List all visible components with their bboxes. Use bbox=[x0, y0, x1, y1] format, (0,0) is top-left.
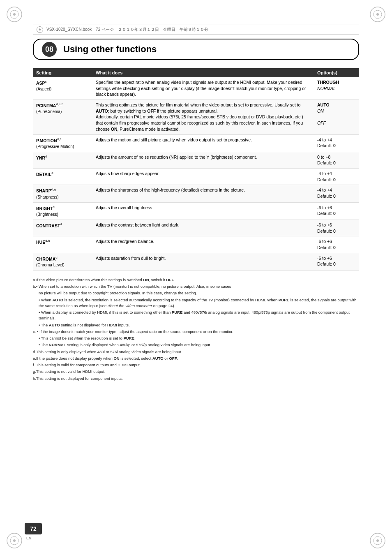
setting-options-cell: -6 to +6Default: 0 bbox=[314, 253, 359, 270]
footnote-a: a.If the video picture deteriorates when… bbox=[33, 277, 359, 283]
col-header-options: Option(s) bbox=[314, 68, 359, 77]
setting-name-cell: YNRd bbox=[33, 152, 92, 168]
setting-options-cell: AUTOONOFF bbox=[314, 100, 359, 134]
setting-description-cell: Adjusts the contrast between light and d… bbox=[92, 220, 314, 236]
footnote-b-cont: no picture will be output due to copyrig… bbox=[33, 290, 359, 296]
setting-description-cell: This setting optimizes the picture for f… bbox=[92, 100, 314, 134]
setting-description-cell: Adjusts the red/green balance. bbox=[92, 236, 314, 253]
footnote-b: b.• When set to a resolution with which … bbox=[33, 284, 359, 289]
svg-point-8 bbox=[13, 539, 16, 542]
footnote-f: f. This setting is valid for component o… bbox=[33, 362, 359, 368]
setting-options-cell: -6 to +6Default: 0 bbox=[314, 220, 359, 236]
footnote-c2: • The NORMAL setting is only displayed w… bbox=[33, 342, 359, 348]
footnote-e: e.If the picture does not display proper… bbox=[33, 356, 359, 361]
setting-options-cell: 0 to +8Default: 0 bbox=[314, 152, 359, 168]
setting-options-cell: -4 to +4Default: 0 bbox=[314, 169, 359, 185]
footnote-b2: • When a display is connected by HDMI, i… bbox=[33, 310, 359, 321]
footnote-b3: • The AUTO setting is not displayed for … bbox=[33, 322, 359, 328]
footnote-h: h.This setting is not displayed for comp… bbox=[33, 376, 359, 382]
page-lang: En bbox=[25, 536, 31, 540]
content-area: Setting What it does Option(s) ASPc(Aspe… bbox=[33, 68, 359, 382]
svg-point-2 bbox=[13, 13, 16, 16]
setting-options-cell: THROUGHNORMAL bbox=[314, 77, 359, 100]
table-row: P.MOTIONd,f(Progressive Motion)Adjusts t… bbox=[33, 134, 359, 152]
meta-bar: ⊕ VSX-1020_SYXCN.book 72 ページ ２０１０年３月１２日 … bbox=[33, 25, 359, 35]
meta-text: VSX-1020_SYXCN.book 72 ページ ２０１０年３月１２日 金曜… bbox=[46, 27, 208, 32]
corner-decoration-br bbox=[367, 530, 388, 551]
table-row: ASPc(Aspect)Specifies the aspect ratio w… bbox=[33, 77, 359, 100]
table-row: DETAILdAdjusts how sharp edges appear.-4… bbox=[33, 169, 359, 185]
col-header-description: What it does bbox=[92, 68, 314, 77]
setting-options-cell: -6 to +6Default: 0 bbox=[314, 236, 359, 253]
table-row: BRIGHTd(Brightness)Adjusts the overall b… bbox=[33, 202, 359, 220]
setting-name-cell: DETAILd bbox=[33, 169, 92, 185]
setting-description-cell: Adjusts how sharp edges appear. bbox=[92, 169, 314, 185]
table-row: SHARPd,g(Sharpness)Adjusts the sharpness… bbox=[33, 185, 359, 202]
table-row: YNRdAdjusts the amount of noise reductio… bbox=[33, 152, 359, 168]
footnote-g: g.This setting is not valid for HDMI out… bbox=[33, 369, 359, 375]
setting-name-cell: P.MOTIONd,f(Progressive Motion) bbox=[33, 134, 92, 152]
page-wrapper: ⊕ VSX-1020_SYXCN.book 72 ページ ２０１０年３月１２日 … bbox=[0, 0, 392, 555]
setting-name-cell: SHARPd,g(Sharpness) bbox=[33, 185, 92, 202]
page-number: 72 bbox=[25, 523, 42, 534]
setting-description-cell: Adjusts the motion and still picture qua… bbox=[92, 134, 314, 152]
setting-name-cell: ASPc(Aspect) bbox=[33, 77, 92, 100]
table-row: CHROMAd(Chroma Level)Adjusts saturation … bbox=[33, 253, 359, 270]
chapter-title: Using other functions bbox=[63, 44, 157, 55]
setting-description-cell: Adjusts the amount of noise reduction (N… bbox=[92, 152, 314, 168]
chapter-number: 08 bbox=[42, 42, 57, 57]
footnote-d: d.This setting is only displayed when 48… bbox=[33, 349, 359, 355]
settings-table: Setting What it does Option(s) ASPc(Aspe… bbox=[33, 68, 359, 271]
setting-description-cell: Specifies the aspect ratio when analog v… bbox=[92, 77, 314, 100]
table-row: PCINEMAd,e,f(PureCinema)This setting opt… bbox=[33, 100, 359, 134]
chapter-header: 08 Using other functions bbox=[33, 39, 359, 60]
setting-description-cell: Adjusts the overall brightness. bbox=[92, 202, 314, 220]
setting-description-cell: Adjusts saturation from dull to bright. bbox=[92, 253, 314, 270]
corner-decoration-tl bbox=[4, 4, 25, 25]
setting-options-cell: -6 to +6Default: 0 bbox=[314, 202, 359, 220]
setting-options-cell: -4 to +4Default: 0 bbox=[314, 185, 359, 202]
col-header-setting: Setting bbox=[33, 68, 92, 77]
footnote-c1: • This cannot be set when the resolution… bbox=[33, 335, 359, 341]
footnotes: a.If the video picture deteriorates when… bbox=[33, 277, 359, 382]
setting-name-cell: BRIGHTd(Brightness) bbox=[33, 202, 92, 220]
setting-description-cell: Adjusts the sharpness of the high-freque… bbox=[92, 185, 314, 202]
corner-decoration-tr bbox=[367, 4, 388, 25]
setting-options-cell: -4 to +4Default: 0 bbox=[314, 134, 359, 152]
meta-circle: ⊕ bbox=[37, 26, 43, 33]
svg-point-11 bbox=[376, 539, 379, 542]
setting-name-cell: CONTRASTd bbox=[33, 220, 92, 236]
table-row: CONTRASTdAdjusts the contrast between li… bbox=[33, 220, 359, 236]
table-row: HUEd,hAdjusts the red/green balance.-6 t… bbox=[33, 236, 359, 253]
setting-name-cell: CHROMAd(Chroma Level) bbox=[33, 253, 92, 270]
footnote-b1: • When AUTO is selected, the resolution … bbox=[33, 297, 359, 309]
svg-point-5 bbox=[376, 13, 379, 16]
footnote-c: c. • If the image doesn't match your mon… bbox=[33, 329, 359, 335]
corner-decoration-bl bbox=[4, 530, 25, 551]
setting-name-cell: HUEd,h bbox=[33, 236, 92, 253]
setting-name-cell: PCINEMAd,e,f(PureCinema) bbox=[33, 100, 92, 134]
